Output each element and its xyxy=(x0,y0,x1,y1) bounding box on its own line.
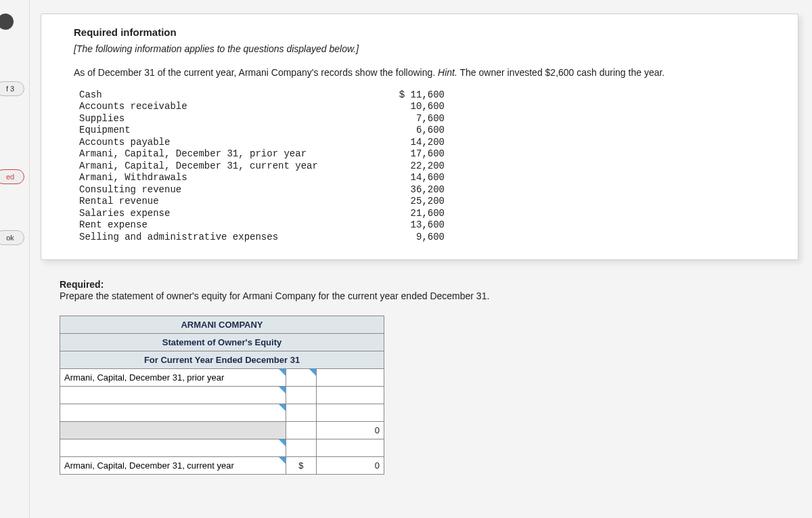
record-value: 13,600 xyxy=(363,219,445,232)
row2-label-cell[interactable] xyxy=(60,386,286,404)
row5-amount-input[interactable] xyxy=(321,443,380,453)
statement-header-period: For Current Year Ended December 31 xyxy=(60,351,384,368)
hint-label: Hint. xyxy=(438,67,457,78)
record-value: 17,600 xyxy=(363,148,445,160)
nav-chip-skipped: ed xyxy=(0,169,24,184)
row5-amount-cell[interactable] xyxy=(316,439,384,456)
final-label-cell[interactable] xyxy=(60,456,286,474)
paragraph-suffix: The owner invested $2,600 cash during th… xyxy=(459,67,664,78)
record-label: Accounts receivable xyxy=(79,101,363,113)
nav-chip-progress: f 3 xyxy=(0,81,24,96)
record-label: Accounts payable xyxy=(79,137,363,149)
required-heading: Required: xyxy=(60,279,104,290)
row2-label-input[interactable] xyxy=(64,390,281,400)
row1-label-cell[interactable] xyxy=(60,368,286,386)
subtotal-currency-cell xyxy=(286,421,317,439)
record-value: 36,200 xyxy=(363,184,445,196)
nav-chip-ebook[interactable]: ok xyxy=(0,230,24,245)
row5-currency-cell[interactable] xyxy=(286,439,317,456)
row3-label-input[interactable] xyxy=(64,408,281,418)
main-content: Required information [The following info… xyxy=(41,14,798,518)
row1-amount-input[interactable] xyxy=(321,372,380,383)
record-value: 6,600 xyxy=(363,125,445,137)
subtotal-amount-cell: 0 xyxy=(316,421,384,439)
row1-amount-cell[interactable] xyxy=(316,368,384,386)
record-value: 25,200 xyxy=(363,196,445,208)
record-label: Cash xyxy=(79,89,363,102)
statement-table: ARMANI COMPANY Statement of Owner's Equi… xyxy=(60,316,384,475)
row5-label-cell[interactable] xyxy=(60,439,286,456)
record-label: Equipment xyxy=(79,125,363,137)
row3-currency-cell[interactable] xyxy=(286,404,317,421)
row3-amount-input[interactable] xyxy=(321,408,380,418)
row2-currency-cell[interactable] xyxy=(286,386,317,404)
record-label: Salaries expense xyxy=(79,208,363,220)
record-label: Consulting revenue xyxy=(79,184,363,196)
record-label: Supplies xyxy=(79,113,363,125)
row1-label-input[interactable] xyxy=(64,372,281,383)
final-amount-cell: 0 xyxy=(316,456,384,474)
final-label-input[interactable] xyxy=(64,460,281,471)
info-card: Required information [The following info… xyxy=(41,14,798,260)
record-label: Armani, Capital, December 31, current ye… xyxy=(79,160,363,173)
row5-label-input[interactable] xyxy=(64,443,281,453)
row3-amount-cell[interactable] xyxy=(316,404,384,421)
statement-header-title: Statement of Owner's Equity xyxy=(60,333,384,351)
record-value: 22,200 xyxy=(363,160,445,173)
record-label: Rent expense xyxy=(79,219,363,232)
record-label: Armani, Capital, December 31, prior year xyxy=(79,148,363,160)
row3-label-cell[interactable] xyxy=(60,404,286,421)
record-label: Selling and administrative expenses xyxy=(79,232,363,244)
info-note: [The following information applies to th… xyxy=(74,43,773,54)
row1-currency-cell[interactable] xyxy=(286,368,317,386)
subtotal-label-cell xyxy=(60,421,286,439)
statement-header-company: ARMANI COMPANY xyxy=(60,316,384,333)
nav-step-icon xyxy=(0,14,14,30)
required-text: Prepare the statement of owner's equity … xyxy=(60,290,489,301)
record-label: Rental revenue xyxy=(79,196,363,208)
record-value: 7,600 xyxy=(363,113,445,125)
paragraph-prefix: As of December 31 of the current year, A… xyxy=(74,67,438,78)
required-block: Required: Prepare the statement of owner… xyxy=(60,279,798,303)
record-label: Armani, Withdrawals xyxy=(79,172,363,184)
record-value: 14,600 xyxy=(363,172,445,184)
required-info-title: Required information xyxy=(74,26,773,38)
final-currency-cell: $ xyxy=(286,456,317,474)
record-value: 21,600 xyxy=(363,208,445,220)
left-nav: f 3 ed ok xyxy=(0,0,30,518)
row2-amount-input[interactable] xyxy=(321,390,380,400)
row2-amount-cell[interactable] xyxy=(316,386,384,404)
record-value: 9,600 xyxy=(363,232,445,244)
info-paragraph: As of December 31 of the current year, A… xyxy=(74,66,773,80)
record-value: 14,200 xyxy=(363,137,445,149)
record-value: 10,600 xyxy=(363,101,445,113)
record-value: $ 11,600 xyxy=(363,89,445,102)
records-list: Cash$ 11,600 Accounts receivable10,600 S… xyxy=(79,89,773,244)
